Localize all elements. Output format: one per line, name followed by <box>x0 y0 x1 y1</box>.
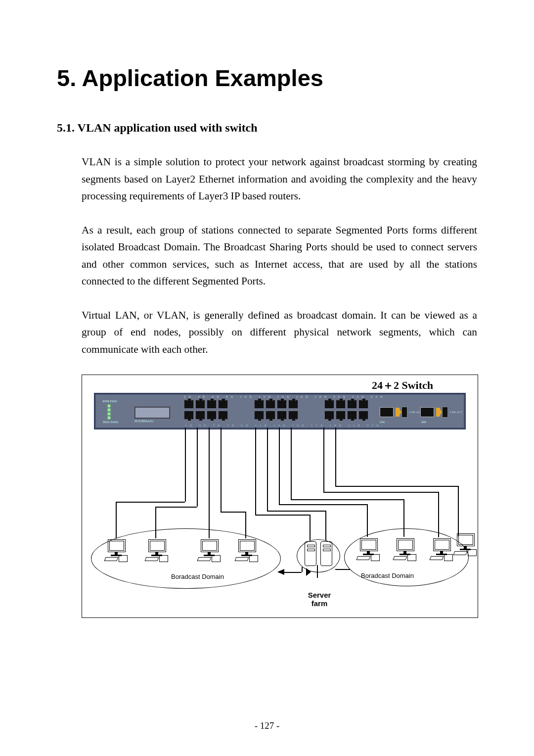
status-leds-label: PWR FAN1 <box>103 400 117 403</box>
ports-block-b-top <box>254 400 298 409</box>
left-arrow-icon <box>277 567 347 581</box>
console-slot <box>134 407 170 419</box>
server-icon <box>320 541 332 566</box>
server-farm-label: Server farm <box>295 591 344 608</box>
server-icon <box>305 541 316 566</box>
pc-icon <box>394 538 416 561</box>
ports-block-c-bottom <box>324 411 368 420</box>
svg-marker-1 <box>306 568 311 576</box>
pc-icon <box>357 538 380 561</box>
bottom-port-numbers: 1X 3X 5X 7X 9X 11X 13X 15X 17X 19X 21X 2… <box>185 424 382 427</box>
pc-icon <box>235 539 258 562</box>
paragraph-2: As a result, each group of stations conn… <box>82 222 477 290</box>
ports-block-a-bottom <box>184 411 228 420</box>
uplink-26: LNK ACT <box>420 405 475 420</box>
chapter-title: 5. Application Examples <box>57 64 477 92</box>
svg-marker-0 <box>277 569 284 575</box>
top-port-numbers: 2X 4X 6X 8X 10X 12X 14X 16X 18X 20X 22X … <box>184 395 386 399</box>
uplink-26-num: 26X <box>421 421 426 424</box>
pc-icon <box>105 539 128 562</box>
diag-leds-label: DIAG FAN2 <box>103 421 118 424</box>
broadcast-domain-label-right: Boradcast Domain <box>361 572 414 579</box>
switch-panel: 2X 4X 6X 8X 10X 12X 14X 16X 18X 20X 22X … <box>94 393 466 429</box>
status-leds <box>108 405 115 420</box>
diagram-title: 24＋2 Switch <box>372 378 433 393</box>
console-label: DCE,9600,n,8,1 <box>134 420 154 423</box>
document-page: 5. Application Examples 5.1. VLAN applic… <box>0 0 534 756</box>
ports-block-a-top <box>184 400 228 409</box>
section-title: 5.1. VLAN application used with switch <box>57 121 477 135</box>
ports-block-c-top <box>324 400 368 409</box>
pc-icon <box>145 539 168 562</box>
broadcast-domain-label-left: Boradcast Domain <box>171 573 224 580</box>
vlan-diagram: 24＋2 Switch 2X 4X 6X 8X 10X 12X 14X 16X … <box>82 375 478 618</box>
page-number: - 127 - <box>0 720 534 731</box>
pc-icon <box>430 538 453 561</box>
ports-block-b-bottom <box>254 411 298 420</box>
paragraph-1: VLAN is a simple solution to protect you… <box>82 153 477 205</box>
paragraph-3: Virtual LAN, or VLAN, is generally defin… <box>82 307 477 358</box>
pc-icon <box>454 533 477 556</box>
pc-icon <box>198 539 221 562</box>
